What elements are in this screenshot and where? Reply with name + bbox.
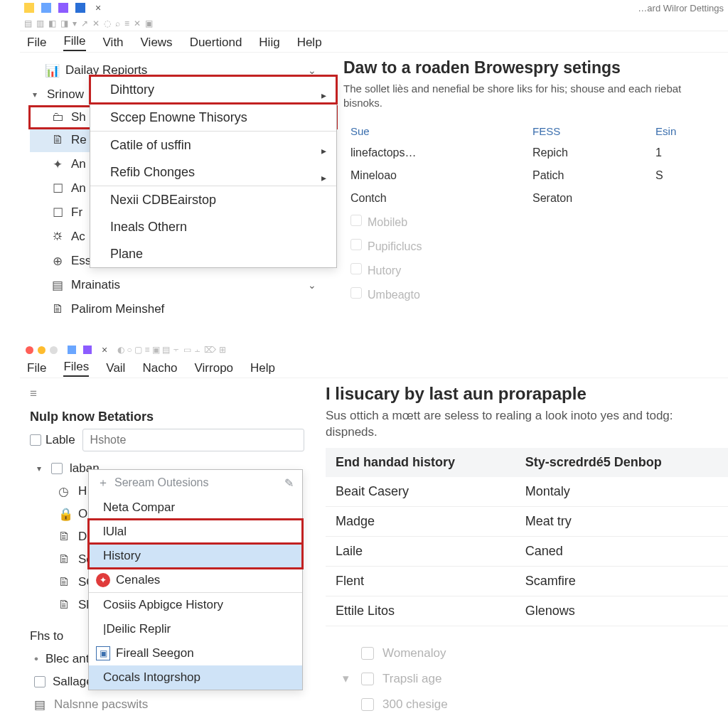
chevron-down-icon[interactable] xyxy=(30,90,40,100)
tab-icon[interactable] xyxy=(68,346,76,354)
table-row[interactable]: Hutory xyxy=(343,258,728,282)
col-header[interactable]: Sty-scredrdé5 Denbop xyxy=(515,448,728,477)
close-icon[interactable] xyxy=(26,346,33,354)
toolbar-icon[interactable]: ▣ xyxy=(145,18,153,28)
menu-item[interactable]: Ineals Othern xyxy=(90,213,336,240)
chevron-down-icon[interactable] xyxy=(34,464,44,473)
menu-item[interactable]: Cocals Intogrshop xyxy=(89,665,302,690)
menu-file[interactable]: File xyxy=(27,361,46,375)
checkbox-icon[interactable] xyxy=(34,676,46,687)
sidebar-item-label: Nalsnne pacswits xyxy=(54,697,148,712)
menu-files[interactable]: Files xyxy=(63,360,89,377)
settings-icon: ⛭ xyxy=(51,230,64,243)
menu-item[interactable]: |Deilic Replir xyxy=(89,617,302,641)
toolbar-icon[interactable]: ◐ ○ ▢ ≡ ▣ ▤ ⫟ ▭ ⫠ ⌦ ⊞ xyxy=(117,345,226,355)
window-controls[interactable] xyxy=(20,343,63,357)
menu-duertiond[interactable]: Duertiond xyxy=(190,36,242,50)
plus-icon[interactable]: ＋ xyxy=(97,476,109,491)
table-row[interactable]: Umbeagto xyxy=(343,282,728,306)
toolbar-icon[interactable]: ◌ xyxy=(104,18,111,28)
label-checkbox[interactable]: Lable xyxy=(30,433,75,447)
menu-help[interactable]: Help xyxy=(250,361,275,375)
table-row[interactable]: Contch Seraton xyxy=(343,187,728,210)
globe-icon: ⊕ xyxy=(51,255,64,267)
toolbar-icon[interactable]: ◧ xyxy=(48,18,56,28)
chevron-down-icon[interactable]: ⌄ xyxy=(308,279,316,291)
toolbar-icon[interactable]: ▥ xyxy=(36,18,44,28)
row-icon xyxy=(350,263,362,274)
menu-file[interactable]: File xyxy=(27,36,46,50)
table-row[interactable]: Mineloao Patich S xyxy=(343,164,728,187)
list-item[interactable]: Womenaloy xyxy=(326,641,728,666)
menu-views[interactable]: Views xyxy=(141,36,173,50)
menu-nacho[interactable]: Nacho xyxy=(142,361,177,375)
checkbox-icon[interactable] xyxy=(30,434,41,446)
sidebar-item[interactable]: 🗎 Palirom Meinshef xyxy=(30,297,336,321)
col-header[interactable]: Sue xyxy=(343,121,525,141)
table-row[interactable]: linefactops… Repich 1 xyxy=(343,141,728,164)
menu-item[interactable]: ✦Cenales xyxy=(89,568,302,592)
edit-icon[interactable]: ✎ xyxy=(284,476,294,490)
menu-item[interactable]: lUlal xyxy=(89,520,302,544)
chevron-down-icon[interactable]: ⌄ xyxy=(308,65,316,76)
menu-item-history[interactable]: History xyxy=(89,544,302,568)
menu-item[interactable]: Nexii CDBEairstop xyxy=(90,186,336,213)
menu-hiig[interactable]: Hiig xyxy=(259,36,279,50)
menu-item[interactable]: Refib Chonges xyxy=(90,159,336,186)
menu-help[interactable]: Help xyxy=(297,36,322,50)
table-row[interactable]: MadgeMeat try xyxy=(326,506,728,536)
table-row[interactable]: Ettile LitosGlenows xyxy=(326,596,728,626)
menu-item[interactable]: Cosiis Apbigce History xyxy=(89,593,302,617)
maximize-icon[interactable] xyxy=(50,346,58,354)
table-row[interactable]: FlentScamfire xyxy=(326,566,728,596)
toolbar-icon[interactable]: ⌕ xyxy=(115,18,120,28)
close-icon[interactable]: × xyxy=(99,344,110,355)
menu-fille[interactable]: Fille xyxy=(63,34,85,51)
toolbar-icon[interactable]: ↗ xyxy=(81,18,88,28)
menu-item[interactable]: Plane xyxy=(90,240,336,267)
col-header[interactable]: Esin xyxy=(648,121,728,141)
stack-icon: ▤ xyxy=(34,697,47,712)
menu-virropo[interactable]: Virropo xyxy=(195,361,234,375)
menu-item[interactable]: Catile of usffin xyxy=(90,132,336,159)
checkbox-icon[interactable] xyxy=(51,463,63,474)
tab-icon[interactable] xyxy=(58,3,68,13)
toolbar-icon[interactable]: ◨ xyxy=(60,18,68,28)
tab-icon[interactable] xyxy=(41,3,51,13)
menu-item[interactable]: Neta Compar xyxy=(89,496,302,520)
menu-item[interactable]: Sccep Enowne Thisorys xyxy=(90,104,336,131)
cell: Mineloao xyxy=(343,164,525,187)
menu-vail[interactable]: Vail xyxy=(106,361,125,375)
tab-icon xyxy=(24,3,34,13)
toolbar-icon[interactable]: ▾ xyxy=(73,18,77,28)
close-icon[interactable]: × xyxy=(92,2,104,14)
sidebar: ≡ Nulp know Betatiors Lable laban ◷H 🔒O … xyxy=(20,378,304,710)
hamburger-icon[interactable]: ≡ xyxy=(30,384,304,404)
menu-item-label: Nexii CDBEairstop xyxy=(110,193,216,208)
menu-item[interactable]: ▣Fireall Seegon xyxy=(89,641,302,665)
search-input[interactable] xyxy=(82,429,304,451)
toolbar-icon[interactable]: ▤ xyxy=(24,18,32,28)
list-item[interactable]: ▾Trapsli age xyxy=(326,666,728,692)
list-item[interactable]: 300 chesige xyxy=(326,692,728,717)
tab-icon[interactable] xyxy=(83,346,92,354)
table-row[interactable]: Pupificlucs xyxy=(343,234,728,258)
sidebar-item[interactable]: ▤Nalsnne pacswits xyxy=(30,693,304,716)
toolbar-icon[interactable]: ≡ xyxy=(124,18,129,28)
sidebar-item[interactable]: ▤ Mrainatis ⌄ xyxy=(30,273,336,297)
col-header[interactable]: FESS xyxy=(525,121,648,141)
menu-item-label: History xyxy=(103,549,141,563)
toolbar-icon[interactable]: ✕ xyxy=(134,18,141,28)
col-header[interactable]: End handad history xyxy=(326,448,515,477)
table-row[interactable]: LaileCaned xyxy=(326,536,728,566)
menu-vith[interactable]: Vith xyxy=(103,36,124,50)
toolbar-icon[interactable]: ✕ xyxy=(92,18,100,28)
minimize-icon[interactable] xyxy=(38,346,46,354)
menu-item-label: Sccep Enowne Thisorys xyxy=(110,110,247,125)
tab-icon[interactable] xyxy=(75,3,85,13)
menu-item-history[interactable]: Dihttory xyxy=(90,76,336,103)
context-menu: ＋ Seream Outesions ✎ Neta Compar lUlal H… xyxy=(88,469,303,690)
table-row[interactable]: Beait CaseryMontaly xyxy=(326,477,728,507)
doc-icon: 🗎 xyxy=(58,598,71,612)
table-row[interactable]: Mobileb xyxy=(343,210,728,234)
